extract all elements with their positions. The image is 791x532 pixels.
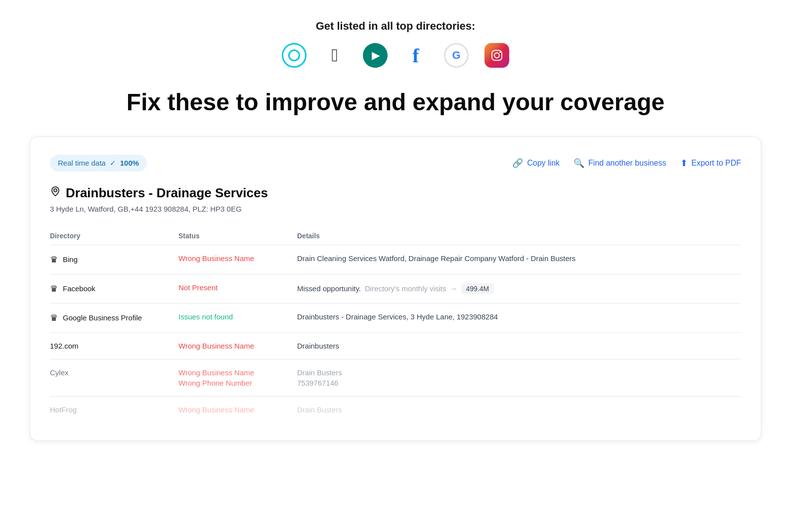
status-facebook: Not Present <box>178 283 218 292</box>
find-business-label: Find another business <box>588 159 666 168</box>
top-label: Get listed in all top directories: <box>30 20 761 33</box>
crown-icon: ♛ <box>50 254 58 265</box>
svg-point-1 <box>494 53 499 58</box>
brand-icons-row:  ▶ f G <box>30 43 761 68</box>
table-row: Cylex Wrong Business Name Wrong Phone Nu… <box>50 359 741 396</box>
copy-link-button[interactable]: 🔗 Copy link <box>512 158 560 169</box>
link-icon: 🔗 <box>512 158 523 169</box>
business-name: Drainbusters - Drainage Services <box>50 185 741 201</box>
status-cylex: Wrong Business Name Wrong Phone Number <box>178 368 297 387</box>
dir-google-label: Google Business Profile <box>63 313 142 322</box>
crown-icon: ♛ <box>50 312 58 323</box>
status-hotfrog: Wrong Business Name <box>178 405 254 414</box>
search-icon: 🔍 <box>573 158 584 169</box>
dir-hotfrog: HotFrog <box>50 405 178 414</box>
realtime-percent: 100% <box>120 159 139 167</box>
top-section: Get listed in all top directories:  ▶ f… <box>30 20 761 117</box>
export-icon: ⬆ <box>680 158 688 169</box>
main-heading: Fix these to improve and expand your cov… <box>30 88 761 117</box>
table-row: ♛ Bing Wrong Business Name Drain Cleanin… <box>50 245 741 274</box>
dir-bing-label: Bing <box>63 255 78 264</box>
svg-point-2 <box>499 51 501 53</box>
detail-bing: Drain Cleaning Services Watford, Drainag… <box>297 254 741 263</box>
status-bing: Wrong Business Name <box>178 254 254 263</box>
apple-icon:  <box>322 43 348 68</box>
table-row: ♛ Facebook Not Present Missed opportunit… <box>50 274 741 303</box>
business-address: 3 Hyde Ln, Watford, GB,+44 1923 908284, … <box>50 205 741 213</box>
visits-label: Directory's monthly visits <box>365 284 446 293</box>
dir-cylex: Cylex <box>50 368 178 377</box>
table-row: HotFrog Wrong Business Name Drain Buster… <box>50 396 741 423</box>
dir-cylex-label: Cylex <box>50 368 69 377</box>
instagram-icon <box>484 43 510 68</box>
realtime-label: Real time data <box>58 159 106 167</box>
svg-point-3 <box>54 189 57 192</box>
detail-192: Drainbusters <box>297 342 741 350</box>
header-actions: 🔗 Copy link 🔍 Find another business ⬆ Ex… <box>512 158 741 169</box>
missed-text: Missed opportunity. <box>297 284 361 293</box>
detail-google: Drainbusters - Drainage Services, 3 Hyde… <box>297 312 741 321</box>
location-icon <box>50 186 61 200</box>
dir-bing: ♛ Bing <box>50 254 178 265</box>
col-details: Details <box>297 227 741 245</box>
alexa-icon <box>281 43 307 68</box>
realtime-badge: Real time data ✓ 100% <box>50 155 147 172</box>
crown-icon: ♛ <box>50 283 58 294</box>
dir-facebook-label: Facebook <box>63 284 95 293</box>
google-icon: G <box>443 43 469 68</box>
find-business-button[interactable]: 🔍 Find another business <box>573 158 666 169</box>
facebook-icon: f <box>403 43 429 68</box>
detail-hotfrog: Drain Busters <box>297 405 741 414</box>
table-row: 192.com Wrong Business Name Drainbusters <box>50 332 741 359</box>
dir-hotfrog-label: HotFrog <box>50 405 77 414</box>
status-google: Issues not found <box>178 312 233 321</box>
dir-192-label: 192.com <box>50 342 79 350</box>
col-status: Status <box>178 227 297 245</box>
dir-facebook: ♛ Facebook <box>50 283 178 294</box>
dir-192: 192.com <box>50 342 178 350</box>
export-pdf-button[interactable]: ⬆ Export to PDF <box>680 158 741 169</box>
export-pdf-label: Export to PDF <box>692 159 741 168</box>
arrow-icon: → <box>450 285 457 293</box>
status-192: Wrong Business Name <box>178 342 254 350</box>
detail-facebook: Missed opportunity. Directory's monthly … <box>297 283 741 294</box>
detail-cylex: Drain Busters 7539767146 <box>297 368 741 387</box>
copy-link-label: Copy link <box>527 159 560 168</box>
realtime-check: ✓ <box>110 159 116 168</box>
col-directory: Directory <box>50 227 178 245</box>
table-row: ♛ Google Business Profile Issues not fou… <box>50 303 741 332</box>
visits-badge: 499.4M <box>461 283 494 294</box>
card-header: Real time data ✓ 100% 🔗 Copy link 🔍 Find… <box>50 155 741 172</box>
directory-table: Directory Status Details ♛ Bing Wrong Bu… <box>50 227 741 423</box>
dir-google: ♛ Google Business Profile <box>50 312 178 323</box>
bing-icon: ▶ <box>362 43 388 68</box>
main-card: Real time data ✓ 100% 🔗 Copy link 🔍 Find… <box>30 136 761 441</box>
